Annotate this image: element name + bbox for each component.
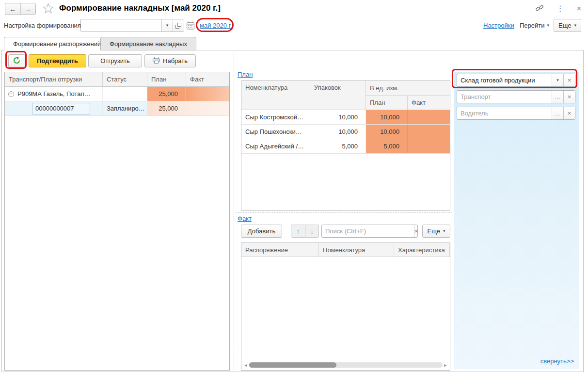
goto-menu[interactable]: Перейти ▾ bbox=[520, 22, 549, 29]
fact-units-cell bbox=[408, 110, 450, 124]
column-header-group[interactable]: В ед. изм. bbox=[366, 81, 450, 96]
horizontal-scrollbar[interactable]: ◄ ► bbox=[243, 362, 448, 368]
driver-input[interactable] bbox=[457, 107, 552, 119]
transport-choose-button[interactable]: ... bbox=[552, 91, 563, 103]
more-button-top[interactable]: Еще ▾ bbox=[554, 19, 581, 32]
refresh-button[interactable] bbox=[8, 54, 25, 67]
fact-toolbar: Добавить ↑ ↓ × Еще ▾ bbox=[241, 225, 450, 238]
warehouse-value[interactable]: Склад готовой продукции bbox=[457, 74, 552, 86]
status-cell: Запланиро… bbox=[103, 101, 147, 115]
plan-section-link[interactable]: План bbox=[238, 71, 253, 78]
column-header[interactable]: Номенклатура bbox=[319, 243, 394, 257]
column-header[interactable]: План bbox=[366, 96, 408, 110]
table-row[interactable]: Сыр Костромской… 10,000 10,000 bbox=[241, 110, 450, 125]
transport-clear-button[interactable]: × bbox=[563, 91, 575, 103]
column-header[interactable]: Характеристика bbox=[394, 243, 450, 257]
forward-button[interactable]: → bbox=[20, 3, 35, 15]
generation-settings-value[interactable] bbox=[81, 19, 161, 32]
tab-invoices-generation[interactable]: Формирование накладных bbox=[100, 37, 196, 50]
chevron-down-icon: ▾ bbox=[166, 23, 169, 28]
transport-field[interactable]: ... × bbox=[457, 90, 575, 103]
fact-cell bbox=[186, 87, 229, 101]
vertical-splitter[interactable] bbox=[234, 53, 234, 371]
column-header[interactable]: Факт bbox=[186, 72, 229, 86]
fact-cell bbox=[186, 101, 229, 115]
more-button-fact[interactable]: Еще ▾ bbox=[422, 225, 450, 238]
printer-icon bbox=[153, 57, 160, 65]
search-clear-button[interactable]: × bbox=[414, 225, 418, 237]
tab-orders-generation[interactable]: Формирование распоряжений bbox=[4, 37, 110, 50]
driver-field[interactable]: ... × bbox=[457, 107, 575, 120]
transport-cell: Р909МА Газель, Потап… bbox=[17, 90, 90, 97]
driver-clear-button[interactable]: × bbox=[563, 107, 575, 119]
settings-link[interactable]: Настройки bbox=[483, 22, 514, 29]
generation-settings-label: Настройка формирования: bbox=[4, 22, 83, 29]
generation-settings-combobox[interactable]: ▾ bbox=[80, 19, 184, 32]
table-row-transport[interactable]: − Р909МА Газель, Потап… 25,000 bbox=[5, 87, 229, 101]
move-down-button[interactable]: ↓ bbox=[305, 225, 318, 237]
combo-open-button[interactable] bbox=[173, 19, 184, 32]
get-link-icon[interactable] bbox=[535, 4, 544, 14]
nomenclature-cell: Сыр Адыгейский /… bbox=[241, 139, 310, 153]
warehouse-clear-button[interactable]: × bbox=[563, 74, 575, 86]
column-header[interactable]: Номенклатура bbox=[241, 81, 310, 110]
favorite-star-icon[interactable] bbox=[43, 3, 54, 16]
table-header-row: Транспорт/План отгрузки Статус План Факт bbox=[5, 72, 229, 87]
confirm-label: Подтвердить bbox=[37, 57, 78, 65]
more-menu-icon[interactable]: ⋮ bbox=[556, 5, 564, 13]
scroll-left-icon[interactable]: ◄ bbox=[243, 363, 249, 368]
packages-cell: 5,000 bbox=[310, 139, 366, 153]
back-button[interactable]: ← bbox=[5, 3, 20, 15]
close-icon[interactable]: × bbox=[577, 5, 581, 13]
column-header[interactable]: Факт bbox=[408, 96, 429, 110]
column-header[interactable]: Упаковок bbox=[310, 81, 366, 110]
clear-x-icon: × bbox=[414, 227, 418, 235]
horizontal-splitter[interactable] bbox=[236, 212, 452, 213]
column-header[interactable]: Распоряжение bbox=[241, 243, 319, 257]
more-label: Еще bbox=[558, 22, 571, 29]
chevron-down-icon: ▾ bbox=[556, 78, 559, 82]
order-number-cell[interactable]: 00000000007 bbox=[32, 103, 90, 114]
scroll-right-icon[interactable]: ► bbox=[443, 363, 448, 368]
move-up-button[interactable]: ↑ bbox=[291, 225, 305, 237]
ship-label: Отгрузить bbox=[100, 57, 129, 65]
table-row[interactable]: Сыр Адыгейский /… 5,000 5,000 bbox=[241, 139, 450, 154]
table-header-row: Номенклатура Упаковок В ед. изм. План Фа… bbox=[241, 81, 450, 110]
table-row-order[interactable]: 00000000007 Запланиро… 25,000 bbox=[5, 101, 229, 116]
ship-button[interactable]: Отгрузить bbox=[88, 54, 142, 67]
fact-table: Распоряжение Номенклатура Характеристика… bbox=[241, 243, 450, 371]
scrollbar-track[interactable] bbox=[249, 362, 443, 368]
scrollbar-thumb[interactable] bbox=[249, 362, 336, 368]
add-button[interactable]: Добавить bbox=[241, 225, 282, 238]
tab-label: Формирование накладных bbox=[110, 40, 187, 48]
plan-cell: 25,000 bbox=[147, 101, 186, 115]
column-header[interactable]: Статус bbox=[103, 72, 147, 86]
warehouse-combobox[interactable]: Склад готовой продукции ▾ × bbox=[457, 74, 575, 87]
open-form-icon bbox=[175, 23, 181, 29]
packages-cell: 10,000 bbox=[310, 110, 366, 124]
fact-section-link[interactable]: Факт bbox=[238, 215, 252, 222]
confirm-button[interactable]: Подтвердить bbox=[29, 54, 86, 67]
chevron-down-icon: ▾ bbox=[547, 23, 550, 28]
collapse-link[interactable]: свернуть>> bbox=[540, 357, 574, 365]
column-header[interactable]: План bbox=[147, 72, 186, 86]
fact-units-cell bbox=[408, 125, 450, 139]
shipments-tree-table: Транспорт/План отгрузки Статус План Факт… bbox=[4, 72, 230, 371]
pick-button[interactable]: Набрать bbox=[144, 54, 196, 67]
driver-choose-button[interactable]: ... bbox=[552, 107, 563, 119]
column-header[interactable]: Транспорт/План отгрузки bbox=[5, 72, 103, 86]
nomenclature-cell: Сыр Костромской… bbox=[241, 110, 310, 124]
search-input[interactable] bbox=[322, 225, 414, 237]
combo-dropdown-button[interactable]: ▾ bbox=[161, 19, 173, 32]
ellipsis-icon: ... bbox=[555, 94, 560, 100]
tree-collapse-icon[interactable]: − bbox=[8, 91, 14, 97]
period-link[interactable]: май 2020 г. bbox=[200, 22, 232, 29]
warehouse-dropdown-button[interactable]: ▾ bbox=[552, 74, 563, 86]
ellipsis-icon: ... bbox=[555, 111, 560, 116]
fact-units-cell bbox=[408, 139, 450, 153]
calendar-icon[interactable] bbox=[187, 21, 194, 31]
table-row[interactable]: Сыр Пошехонски… 10,000 10,000 bbox=[241, 125, 450, 139]
transport-input[interactable] bbox=[457, 91, 552, 103]
orders-generation-panel: Подтвердить Отгрузить Набрать Транспорт/… bbox=[1, 50, 584, 372]
plan-cell: 25,000 bbox=[147, 87, 186, 101]
